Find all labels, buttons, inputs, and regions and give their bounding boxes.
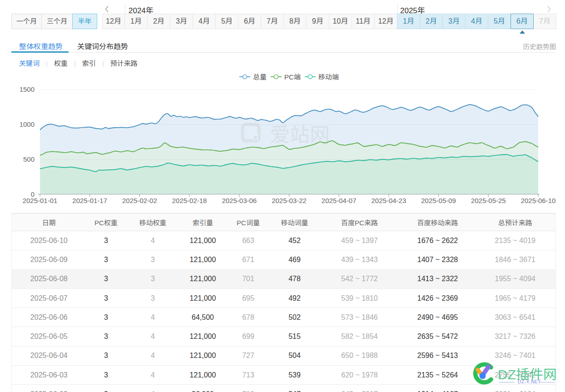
svg-text:2025-04-23: 2025-04-23 — [372, 197, 406, 204]
svg-text:2025-04-07: 2025-04-07 — [322, 197, 357, 204]
svg-text:2025-03-22: 2025-03-22 — [272, 197, 307, 204]
svg-text:1000: 1000 — [20, 120, 35, 128]
svg-text:2025-05-09: 2025-05-09 — [421, 197, 456, 204]
svg-text:2025-01-17: 2025-01-17 — [72, 197, 107, 204]
svg-text:2025-05-25: 2025-05-25 — [471, 197, 506, 204]
svg-text:2025-02-18: 2025-02-18 — [172, 197, 207, 204]
svg-text:2025-06-10: 2025-06-10 — [521, 197, 556, 204]
svg-text:2025-02-02: 2025-02-02 — [122, 197, 157, 204]
svg-text:2025-01-01: 2025-01-01 — [23, 197, 58, 204]
svg-text:1500: 1500 — [20, 85, 35, 93]
svg-text:爱站网: 爱站网 — [270, 119, 330, 148]
svg-text:2025-03-06: 2025-03-06 — [222, 197, 257, 204]
svg-text:500: 500 — [23, 155, 35, 163]
